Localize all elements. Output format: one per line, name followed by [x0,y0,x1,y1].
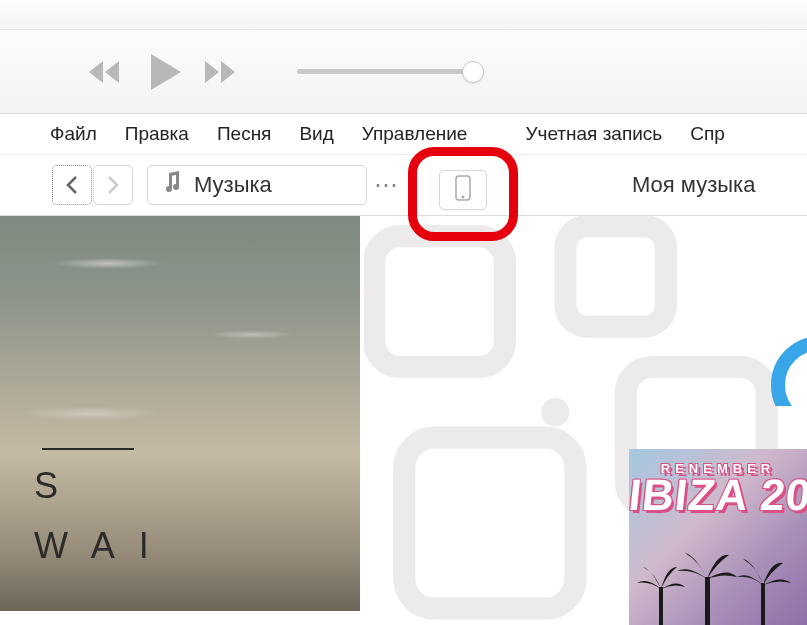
music-note-icon [162,170,182,200]
menu-view[interactable]: Вид [299,114,333,154]
album-title: IBIZA 201 [629,470,807,520]
menu-edit[interactable]: Правка [125,114,189,154]
menu-file[interactable]: Файл [50,114,97,154]
nav-back-button[interactable] [52,165,92,205]
now-playing-artwork: S WAI [0,216,360,611]
player-controls [0,30,807,114]
volume-slider[interactable] [297,69,482,74]
device-button[interactable] [439,170,487,210]
content-area: S WAI RENEMBER IBIZA 201 [0,216,807,625]
phone-icon [454,175,472,205]
svg-rect-5 [404,438,575,609]
menu-song[interactable]: Песня [217,114,272,154]
album-thumbnail[interactable]: RENEMBER IBIZA 201 [629,449,807,625]
menu-help[interactable]: Спр [690,114,725,154]
svg-rect-7 [659,587,663,625]
library-label: Музыка [194,172,272,198]
menu-account[interactable]: Учетная запись [525,114,662,154]
svg-point-1 [462,196,465,199]
toolbar: Музыка ⋯ Моя музыка [0,154,807,216]
nav-forward-button[interactable] [93,165,133,205]
next-track-button[interactable] [201,57,245,87]
device-button-highlight [408,147,518,241]
refresh-icon [761,336,807,406]
window-titlebar [0,0,807,30]
menu-bar: Файл Правка Песня Вид Управление Учетная… [0,114,807,154]
prev-track-button[interactable] [85,57,129,87]
play-button[interactable] [147,52,183,92]
library-selector[interactable]: Музыка [147,165,367,205]
svg-rect-3 [565,226,666,327]
svg-rect-8 [705,577,710,625]
my-music-tab[interactable]: Моя музыка [632,172,755,198]
more-button[interactable]: ⋯ [373,165,401,205]
svg-rect-2 [374,236,505,367]
svg-rect-9 [761,583,765,625]
album-artist-text: S WAI [34,456,173,575]
svg-point-6 [541,398,569,426]
